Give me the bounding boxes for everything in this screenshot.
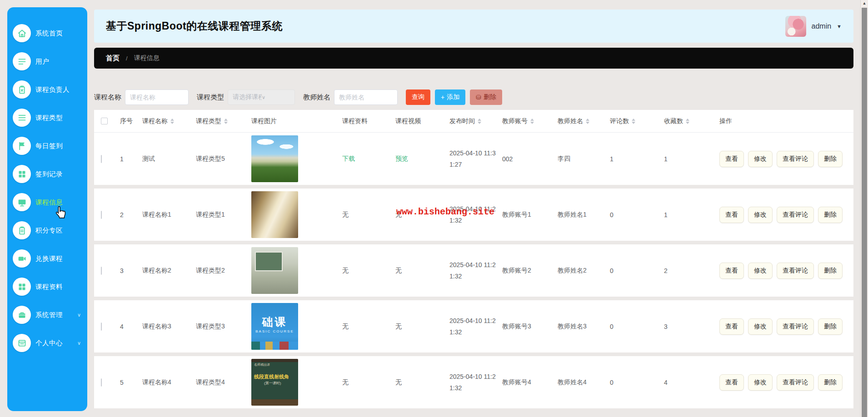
cell-course-type: 课程类型2 bbox=[196, 267, 251, 275]
view-comments-button[interactable]: 查看评论 bbox=[777, 207, 814, 223]
delete-row-button[interactable]: 删除 bbox=[818, 151, 843, 167]
avatar[interactable] bbox=[785, 16, 806, 37]
chevron-down-icon: ▼ bbox=[837, 24, 842, 29]
edit-button[interactable]: 修改 bbox=[748, 318, 773, 335]
edit-button[interactable]: 修改 bbox=[748, 207, 773, 223]
cell-course-name: 课程名称2 bbox=[142, 267, 196, 275]
sidebar-item-签到记录[interactable]: 签到记录 bbox=[7, 160, 87, 188]
view-button[interactable]: 查看 bbox=[719, 374, 744, 391]
scrollbar-thumb[interactable] bbox=[862, 8, 867, 417]
search-button[interactable]: 查询 bbox=[406, 89, 430, 105]
cell-comments: 0 bbox=[610, 323, 664, 330]
delete-row-button[interactable]: 删除 bbox=[818, 263, 843, 279]
column-header[interactable]: 发布时间 bbox=[449, 117, 502, 125]
row-checkbox[interactable] bbox=[101, 155, 102, 163]
sidebar-item-每日签到[interactable]: 每日签到 bbox=[7, 132, 87, 160]
teacher-name-label: 教师姓名 bbox=[303, 93, 330, 102]
column-header: 课程图片 bbox=[251, 117, 342, 125]
view-comments-button[interactable]: 查看评论 bbox=[777, 318, 814, 335]
cell-video: 无 bbox=[395, 267, 449, 275]
column-header[interactable]: 教师账号 bbox=[502, 117, 558, 125]
table-row: 4课程名称3课程类型3础课BASIC COURSE无无2025-04-10 11… bbox=[94, 300, 853, 352]
column-header-label: 收藏数 bbox=[664, 117, 683, 125]
column-header[interactable]: 评论数 bbox=[610, 117, 664, 125]
sidebar-item-个人中心[interactable]: 个人中心∨ bbox=[7, 329, 87, 357]
sort-icon[interactable] bbox=[686, 119, 689, 124]
breadcrumb: 首页 / 课程信息 bbox=[94, 48, 853, 69]
user-menu[interactable]: admin ▼ bbox=[785, 16, 842, 37]
view-button[interactable]: 查看 bbox=[719, 207, 744, 223]
cell-favorites: 3 bbox=[664, 323, 719, 330]
sort-icon[interactable] bbox=[224, 119, 228, 124]
sidebar-item-系统首页[interactable]: 系统首页 bbox=[7, 19, 87, 47]
column-header[interactable]: 收藏数 bbox=[664, 117, 719, 125]
sidebar-item-label: 系统首页 bbox=[35, 29, 63, 38]
delete-row-button[interactable]: 删除 bbox=[818, 374, 843, 391]
delete-row-button[interactable]: 删除 bbox=[818, 207, 843, 223]
row-checkbox[interactable] bbox=[101, 378, 102, 387]
course-image bbox=[251, 247, 298, 294]
scroll-up-icon[interactable]: ▲ bbox=[861, 1, 868, 5]
column-header[interactable]: 课程名称 bbox=[142, 117, 196, 125]
delete-row-button[interactable]: 删除 bbox=[818, 318, 843, 335]
sort-icon[interactable] bbox=[586, 119, 589, 124]
table-header: 序号课程名称课程类型课程图片课程资料课程视频发布时间教师账号教师姓名评论数收藏数… bbox=[94, 110, 853, 133]
monitor-icon bbox=[13, 193, 31, 211]
vertical-scrollbar[interactable]: ▲ bbox=[860, 0, 868, 417]
edit-button[interactable]: 修改 bbox=[748, 374, 773, 391]
column-header[interactable]: 教师姓名 bbox=[558, 117, 610, 125]
column-header[interactable]: 课程类型 bbox=[196, 117, 251, 125]
select-all-checkbox[interactable] bbox=[101, 118, 108, 124]
sidebar-item-课程负责人[interactable]: 课程负责人 bbox=[7, 75, 87, 104]
view-comments-button[interactable]: 查看评论 bbox=[777, 151, 814, 167]
preview-link[interactable]: 预览 bbox=[395, 155, 408, 162]
sort-icon[interactable] bbox=[530, 119, 534, 124]
row-checkbox[interactable] bbox=[101, 323, 102, 331]
sidebar-item-兑换课程[interactable]: 兑换课程 bbox=[7, 244, 87, 273]
edit-button[interactable]: 修改 bbox=[748, 263, 773, 279]
sidebar-item-label: 个人中心 bbox=[35, 339, 63, 348]
sidebar-item-课程类型[interactable]: 课程类型 bbox=[7, 104, 87, 132]
course-name-input[interactable] bbox=[125, 89, 189, 105]
sidebar-item-label: 课程负责人 bbox=[35, 85, 70, 94]
view-button[interactable]: 查看 bbox=[719, 263, 744, 279]
column-header: 课程资料 bbox=[342, 117, 395, 125]
view-button[interactable]: 查看 bbox=[719, 318, 744, 335]
edit-button[interactable]: 修改 bbox=[748, 151, 773, 167]
sidebar-item-label: 用户 bbox=[35, 57, 49, 66]
cell-material: 无 bbox=[342, 323, 395, 331]
row-checkbox[interactable] bbox=[101, 267, 102, 275]
sidebar-item-课程资料[interactable]: 课程资料 bbox=[7, 273, 87, 301]
course-type-select[interactable]: 请选择课程类型 ∨ bbox=[228, 89, 295, 105]
cell-favorites: 2 bbox=[664, 267, 719, 274]
sidebar-item-系统管理[interactable]: 系统管理∨ bbox=[7, 301, 87, 329]
video-icon bbox=[13, 249, 31, 268]
chevron-down-icon: ∨ bbox=[77, 340, 81, 346]
row-checkbox[interactable] bbox=[101, 211, 102, 219]
cell-favorites: 1 bbox=[664, 211, 719, 218]
teacher-name-input[interactable] bbox=[334, 89, 398, 105]
username: admin bbox=[812, 22, 832, 30]
sidebar-item-用户[interactable]: 用户 bbox=[7, 47, 87, 75]
download-link[interactable]: 下载 bbox=[342, 155, 355, 162]
chevron-down-icon: ∨ bbox=[262, 94, 291, 100]
sidebar-item-积分专区[interactable]: 积分专区 bbox=[7, 216, 87, 244]
breadcrumb-home[interactable]: 首页 bbox=[106, 54, 120, 63]
view-comments-button[interactable]: 查看评论 bbox=[777, 263, 814, 279]
delete-button[interactable]: ⛁ 删除 bbox=[470, 89, 502, 105]
view-button[interactable]: 查看 bbox=[719, 151, 744, 167]
view-comments-button[interactable]: 查看评论 bbox=[777, 374, 814, 391]
course-name-label: 课程名称 bbox=[94, 93, 121, 102]
cell-index: 2 bbox=[120, 211, 142, 218]
add-button[interactable]: + 添加 bbox=[435, 89, 465, 105]
sidebar-item-label: 兑换课程 bbox=[35, 254, 63, 263]
cell-actions: 查看修改查看评论删除 bbox=[719, 263, 853, 279]
cell-course-type: 课程类型1 bbox=[196, 211, 251, 219]
cell-video: 预览 bbox=[395, 155, 449, 163]
sidebar-item-课程信息[interactable]: 课程信息 bbox=[7, 188, 87, 216]
column-header-label: 课程名称 bbox=[142, 117, 168, 125]
sort-icon[interactable] bbox=[478, 119, 481, 124]
sort-icon[interactable] bbox=[632, 119, 635, 124]
cell-teacher-account: 教师账号1 bbox=[502, 211, 558, 219]
sort-icon[interactable] bbox=[170, 119, 174, 124]
